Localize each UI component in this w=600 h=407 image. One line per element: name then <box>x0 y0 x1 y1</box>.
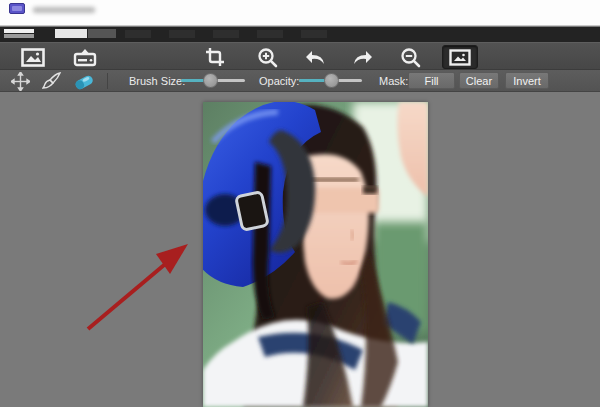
redo-icon <box>351 48 375 66</box>
menu-decoration <box>4 29 34 33</box>
brush-tool-button[interactable] <box>39 70 65 92</box>
opacity-label: Opacity: <box>259 75 299 87</box>
menu-decoration <box>55 29 87 38</box>
zoom-in-icon <box>257 47 278 68</box>
menu-decoration <box>4 34 34 38</box>
opacity-slider-thumb[interactable] <box>324 73 339 88</box>
editor-canvas[interactable] <box>0 92 600 407</box>
open-image-button[interactable] <box>18 45 48 69</box>
redo-button[interactable] <box>348 45 378 69</box>
mask-clear-button[interactable]: Clear <box>459 72 499 89</box>
mask-invert-button[interactable]: Invert <box>505 72 549 89</box>
mask-fill-button[interactable]: Fill <box>408 72 455 89</box>
undo-button[interactable] <box>300 45 330 69</box>
photo-hair-strand <box>363 186 377 194</box>
crop-icon <box>205 47 225 67</box>
zoom-in-button[interactable] <box>252 45 282 69</box>
crop-button[interactable] <box>200 45 230 69</box>
main-toolbar <box>0 42 600 70</box>
menu-bar <box>0 27 600 42</box>
options-bar: Brush Size: Opacity: Mask: Fill Clear In… <box>0 70 600 92</box>
zoom-out-icon <box>400 47 421 68</box>
window-title <box>33 7 95 13</box>
app-logo-icon <box>9 3 25 14</box>
options-divider <box>107 73 108 89</box>
move-icon <box>11 72 30 91</box>
preview-result-icon <box>449 49 471 66</box>
open-image-icon <box>21 48 45 67</box>
zoom-out-button[interactable] <box>395 45 425 69</box>
title-bar <box>0 0 600 26</box>
menu-decoration <box>88 29 116 38</box>
preview-result-button[interactable] <box>442 45 478 69</box>
eraser-icon <box>73 73 95 90</box>
mask-label: Mask: <box>379 75 408 87</box>
brush-icon <box>42 72 62 90</box>
menu-decoration <box>125 30 345 38</box>
brush-size-label: Brush Size: <box>129 75 185 87</box>
save-icon <box>73 48 97 67</box>
arrow-head <box>156 244 188 274</box>
move-tool-button[interactable] <box>7 70 33 92</box>
eraser-tool-button[interactable] <box>71 70 97 92</box>
brush-size-slider-thumb[interactable] <box>203 73 218 88</box>
save-button[interactable] <box>70 45 100 69</box>
photo-strap-buckle <box>236 192 269 231</box>
brush-size-slider[interactable] <box>181 79 245 82</box>
undo-icon <box>303 48 327 66</box>
opacity-slider[interactable] <box>299 79 362 82</box>
arrow-shaft <box>88 260 170 329</box>
photo-canvas[interactable] <box>203 102 428 407</box>
